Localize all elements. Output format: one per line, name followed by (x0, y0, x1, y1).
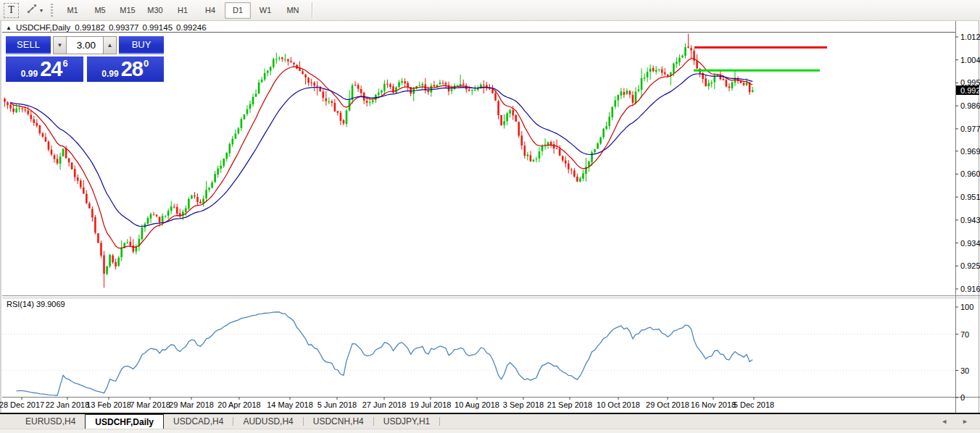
rsi-axis-label: 0 (960, 393, 965, 402)
chart-tab-usdjpy-h1[interactable]: USDJPY,H1 (374, 414, 439, 429)
date-axis-label: 20 Apr 2018 (217, 400, 260, 409)
price-axis-label: 0.95175 (960, 193, 980, 201)
ohlc-high: 0.99377 (109, 23, 139, 32)
volume-decrease-button[interactable]: ▼ (53, 36, 67, 54)
tab-bar-spacer (0, 414, 16, 429)
chart-tab-usdcnh-h4[interactable]: USDCNH,H4 (304, 414, 373, 429)
date-axis-label: 16 Nov 2018 (691, 400, 736, 409)
chart-tab-audusd-h4[interactable]: AUDUSD,H4 (233, 414, 302, 429)
rsi-axis-label: 100 (960, 303, 973, 311)
chevron-down-icon: ▾ (40, 7, 43, 14)
buy-button[interactable]: BUY (119, 36, 164, 54)
tab-separator (439, 417, 440, 426)
top-toolbar: T ▾ M1M5M15M30H1H4D1W1MN (0, 0, 980, 21)
buy-price-panel[interactable]: 0.99 28 0 (87, 56, 165, 82)
diagonal-arrows-icon (26, 3, 38, 17)
rsi-axis-label: 70 (960, 330, 969, 339)
timeframe-button-m15[interactable]: M15 (115, 2, 141, 19)
rsi-indicator-label: RSI(14) 39.9069 (7, 300, 65, 308)
price-axis-label: 0.96050 (960, 169, 980, 178)
buy-price-big: 28 (121, 57, 143, 81)
timeframe-button-h1[interactable]: H1 (170, 2, 196, 19)
toolbar-separator (312, 2, 313, 18)
chart-tab-eurusd-h4[interactable]: EURUSD,H4 (16, 414, 85, 429)
collapse-triangle-icon[interactable]: ▲ (6, 25, 12, 31)
date-axis-label: 10 Oct 2018 (597, 400, 640, 409)
current-price-label: 0.99246 (960, 86, 980, 95)
price-axis-label: 0.97775 (960, 125, 980, 133)
tab-scroll-left-icon[interactable]: ◄ (941, 418, 947, 425)
price-axis-label: 0.92550 (960, 261, 980, 270)
date-axis-label: 10 Aug 2018 (454, 400, 499, 409)
one-click-trading-widget: SELL ▼ 3.00 ▲ BUY 0.99 24 6 0.99 28 0 (6, 36, 164, 82)
sell-price-panel[interactable]: 0.99 24 6 (6, 56, 83, 82)
sell-price-sup: 6 (62, 58, 67, 69)
sell-price-big: 24 (40, 57, 62, 81)
sell-price-prefix: 0.99 (21, 69, 38, 79)
chart-tab-usdchf-daily[interactable]: USDCHF,Daily (85, 414, 164, 429)
timeframe-button-m30[interactable]: M30 (142, 2, 168, 19)
buy-price-prefix: 0.99 (101, 69, 118, 79)
bottom-strip (0, 429, 980, 433)
date-axis-label: 21 Sep 2018 (547, 400, 592, 409)
timeframe-button-m5[interactable]: M5 (87, 2, 113, 19)
timeframe-button-mn[interactable]: MN (280, 2, 306, 19)
price-axis-label: 0.98650 (960, 101, 980, 110)
timeframe-button-w1[interactable]: W1 (252, 2, 278, 19)
ohlc-close: 0.99246 (176, 23, 207, 32)
ohlc-low: 0.99145 (142, 23, 173, 32)
rsi-axis-label: 30 (960, 366, 969, 375)
date-axis-label: 5 Dec 2018 (734, 400, 774, 409)
toolbar-grip[interactable] (51, 4, 53, 17)
ohlc-open: 0.99182 (75, 23, 105, 32)
date-axis-label: 13 Feb 2018 (86, 400, 131, 409)
chart-title: ▲ USDCHF,Daily 0.99182 0.99377 0.99145 0… (6, 23, 207, 32)
price-axis-label: 1.01275 (960, 33, 980, 41)
date-axis-label: 27 Jun 2018 (362, 400, 407, 409)
sell-button[interactable]: SELL (6, 36, 51, 54)
date-axis-label: 28 Dec 2017 (0, 400, 44, 409)
price-axis-label: 0.91675 (960, 285, 980, 293)
price-axis-label: 1.00400 (960, 56, 980, 64)
buy-price-sup: 0 (144, 58, 149, 69)
date-axis-label: 5 Jun 2018 (317, 400, 357, 409)
timeframe-button-group: M1M5M15M30H1H4D1W1MN (59, 2, 306, 19)
rsi-line[interactable] (17, 312, 753, 395)
chart-symbol-label: USDCHF,Daily (16, 23, 70, 32)
arrows-tool-button[interactable]: ▾ (26, 3, 43, 17)
price-axis-label: 0.93425 (960, 239, 980, 248)
chart-tab-bar: EURUSD,H4USDCHF,DailyUSDCAD,H4AUDUSD,H4U… (0, 413, 980, 429)
timeframe-button-d1[interactable]: D1 (225, 2, 251, 19)
date-axis-label: 29 Mar 2018 (169, 400, 214, 409)
volume-spinner: ▼ 3.00 ▲ (53, 36, 117, 54)
date-axis-label: 29 Oct 2018 (646, 400, 689, 409)
price-axis-label: 0.94300 (960, 216, 980, 224)
chart-tab-usdcad-h4[interactable]: USDCAD,H4 (164, 414, 233, 429)
volume-increase-button[interactable]: ▲ (103, 36, 117, 54)
price-axis-label: 0.96925 (960, 147, 980, 156)
date-axis-label: 22 Jan 2018 (46, 400, 90, 409)
tab-scroll-arrows: ◄► (941, 414, 980, 429)
timeframe-button-m1[interactable]: M1 (59, 2, 86, 19)
volume-input[interactable]: 3.00 (67, 36, 103, 54)
date-axis-label: 3 Sep 2018 (503, 400, 544, 409)
timeframe-button-h4[interactable]: H4 (197, 2, 223, 19)
tab-scroll-right-icon[interactable]: ► (962, 418, 968, 425)
date-axis-label: 19 Jul 2018 (410, 400, 452, 409)
date-axis-label: 14 May 2018 (267, 400, 313, 409)
text-tool-icon[interactable]: T (4, 3, 19, 18)
date-axis-label: 7 Mar 2018 (130, 400, 170, 409)
